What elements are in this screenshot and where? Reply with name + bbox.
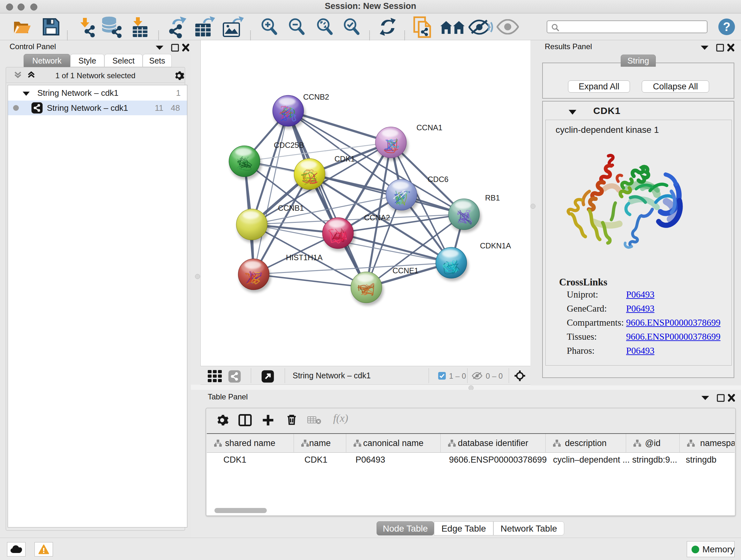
svg-text:CDC6: CDC6 [428, 175, 448, 184]
svg-text:CDK1: CDK1 [334, 154, 355, 163]
svg-text:CCNA1: CCNA1 [416, 123, 442, 132]
svg-text:CCNB2: CCNB2 [303, 92, 329, 101]
svg-text:CDKN1A: CDKN1A [480, 241, 511, 250]
svg-text:CCNE1: CCNE1 [393, 266, 418, 275]
svg-text:CDC25B: CDC25B [274, 141, 304, 149]
svg-text:CCNB1: CCNB1 [278, 204, 304, 212]
svg-text:HIST1H1A: HIST1H1A [286, 253, 323, 262]
svg-text:RB1: RB1 [485, 193, 500, 202]
svg-text:CCNA2: CCNA2 [364, 213, 390, 222]
